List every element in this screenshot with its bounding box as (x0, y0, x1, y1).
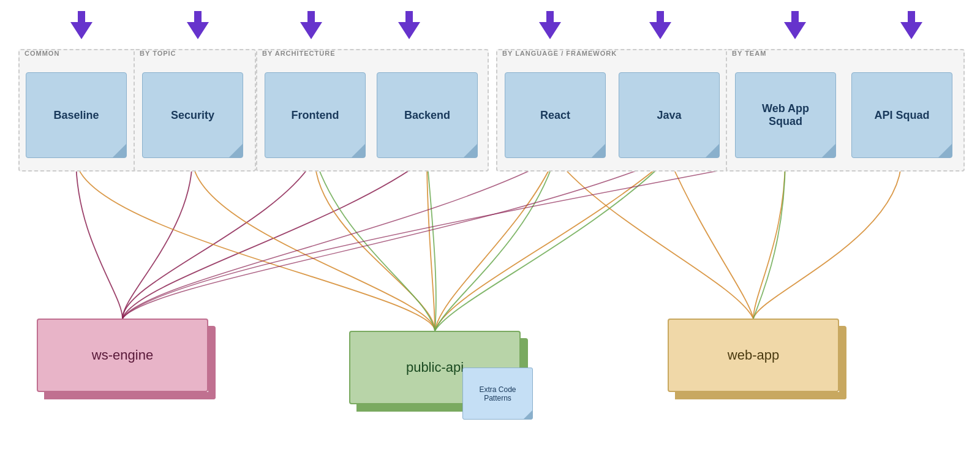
card-baseline[interactable]: Baseline (26, 72, 127, 158)
card-react[interactable]: React (505, 72, 606, 158)
card-api-squad[interactable]: API Squad (851, 72, 952, 158)
group-by-topic-label: BY TOPIC (140, 50, 176, 57)
card-backend[interactable]: Backend (377, 72, 478, 158)
group-common-label: COMMON (24, 50, 59, 57)
group-by-architecture-label: BY ARCHITECTURE (262, 50, 336, 57)
diagram-container: COMMON BY TOPIC BY ARCHITECTURE BY LANGU… (0, 0, 980, 449)
extra-code-patterns[interactable]: Extra Code Patterns (462, 368, 533, 420)
repo-ws-engine[interactable]: ws-engine (37, 319, 216, 399)
group-by-language-label: BY LANGUAGE / FRAMEWORK (502, 50, 617, 57)
card-java[interactable]: Java (619, 72, 720, 158)
card-frontend[interactable]: Frontend (265, 72, 366, 158)
card-security[interactable]: Security (142, 72, 243, 158)
group-by-team-label: BY TEAM (732, 50, 766, 57)
repo-web-app[interactable]: web-app (668, 319, 846, 399)
card-web-app-squad[interactable]: Web App Squad (735, 72, 836, 158)
